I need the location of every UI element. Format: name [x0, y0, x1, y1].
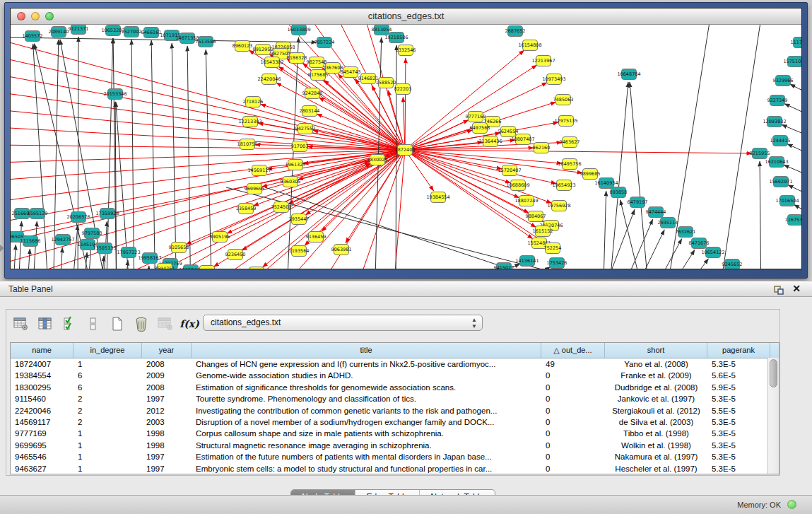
graph-node[interactable]: 2687652 — [505, 26, 526, 37]
graph-node[interactable]: 2089140 — [49, 27, 69, 37]
graph-node[interactable]: 917003 — [291, 141, 309, 152]
graph-node[interactable]: 1595129 — [28, 209, 48, 219]
graph-node[interactable]: 1961327 — [286, 160, 306, 170]
column-header-in_degree[interactable]: in_degree — [73, 343, 142, 358]
graph-node[interactable]: 1332546 — [396, 45, 416, 56]
graph-node[interactable]: 22420046 — [257, 74, 281, 85]
graph-node[interactable]: 19654923 — [552, 180, 575, 191]
graph-node[interactable]: 6497568 — [470, 123, 490, 134]
graph-node[interactable]: 1872400 — [395, 145, 416, 156]
graph-node[interactable]: 15720407 — [498, 165, 521, 176]
graph-node[interactable]: 1167533 — [785, 215, 801, 226]
graph-node[interactable]: 20206576 — [66, 212, 90, 223]
table-row[interactable]: 946554611997Estimation of the future num… — [11, 451, 779, 462]
graph-node[interactable]: 12975135 — [554, 116, 577, 127]
graph-node[interactable]: 19756928 — [547, 201, 570, 211]
graph-node[interactable]: 7857224 — [314, 37, 335, 48]
graph-node[interactable]: 7513586 — [196, 37, 216, 47]
graph-node[interactable]: 2718126 — [243, 97, 264, 107]
network-table-select[interactable]: citations_edges.txt ▲▼ — [203, 315, 483, 331]
graph-node[interactable]: 9899685 — [580, 169, 601, 180]
graph-node[interactable]: 9063981 — [331, 245, 352, 255]
graph-node[interactable]: 6479197 — [628, 197, 648, 208]
graph-node[interactable]: 2803144 — [300, 106, 320, 117]
column-header-title[interactable]: title — [192, 343, 541, 358]
network-view-window[interactable]: citations_edges.txt 14055722089140912137… — [4, 2, 808, 279]
graph-node[interactable]: 9699695 — [245, 184, 265, 194]
graph-node[interactable]: 893858 — [610, 187, 628, 198]
graph-node[interactable]: 1527002 — [122, 27, 142, 37]
graph-node[interactable]: 9242848 — [302, 88, 323, 99]
graph-node[interactable]: 1753426 — [547, 258, 567, 269]
graph-node[interactable]: 9884067 — [526, 211, 546, 222]
graph-node[interactable]: 7632621 — [676, 227, 696, 238]
table-row[interactable]: 969969511998Structural magnetic resonanc… — [11, 440, 779, 451]
table-mode-button[interactable] — [11, 314, 32, 334]
select-all-columns-button[interactable] — [59, 314, 80, 334]
graph-node[interactable]: 9175685 — [308, 70, 329, 81]
table-row[interactable]: 911546021997Tourette syndrome. Phenomeno… — [11, 393, 779, 404]
graph-node[interactable]: 9824563 — [197, 266, 218, 269]
table-row[interactable]: 1830029562008Estimation of significance … — [11, 382, 779, 393]
column-header-pagerank[interactable]: pagerank — [707, 343, 770, 358]
graph-node[interactable]: 8913672 — [247, 267, 267, 269]
graph-node[interactable]: 19384554 — [426, 192, 449, 203]
graph-node[interactable]: 12213967 — [531, 56, 555, 66]
graph-node[interactable]: 17016504 — [775, 196, 799, 206]
delete-columns-button[interactable] — [131, 314, 152, 334]
graph-node[interactable]: 9105658 — [169, 243, 189, 253]
graph-node[interactable]: 9245652 — [722, 259, 743, 269]
graph-node[interactable]: 1193564 — [289, 246, 310, 257]
graph-node[interactable]: 9360305 — [281, 177, 301, 187]
column-header-year[interactable]: year — [142, 343, 192, 358]
graph-node[interactable]: 1615152 — [533, 226, 553, 237]
table-row[interactable]: 2242004622012Investigating the contribut… — [11, 405, 779, 416]
graph-node[interactable]: 6466161 — [141, 28, 162, 38]
graph-node[interactable]: 7485063 — [553, 95, 574, 105]
graph-node[interactable]: 1830029 — [367, 155, 388, 165]
graph-node[interactable]: 9463627 — [560, 137, 580, 148]
table-row[interactable]: 1938455462009Genome-wide association stu… — [11, 370, 779, 381]
graph-node[interactable]: 1935447 — [289, 214, 310, 225]
graph-node[interactable]: 9777169 — [466, 112, 486, 122]
left-panel-expander[interactable] — [0, 245, 4, 252]
graph-node[interactable]: 8471676 — [689, 238, 710, 249]
table-row[interactable]: 1872400712008Changes of HCN gene express… — [11, 358, 779, 370]
graph-node[interactable]: 9415022 — [494, 263, 514, 269]
graph-node[interactable]: 8594251 — [155, 264, 175, 269]
graph-node[interactable]: 1588520 — [376, 78, 396, 88]
column-header-out_de[interactable]: △ out_de... — [541, 343, 605, 358]
graph-node[interactable]: 8960123 — [233, 41, 253, 52]
delete-table-button[interactable] — [155, 314, 176, 334]
graph-node[interactable]: 9227349 — [767, 95, 788, 106]
graph-node[interactable]: 9136459 — [306, 232, 326, 243]
graph-node[interactable]: 8813054 — [372, 25, 392, 35]
scrollbar-thumb[interactable] — [770, 359, 777, 387]
column-header-short[interactable]: short — [605, 343, 707, 358]
graph-node[interactable]: 8215955 — [750, 148, 770, 159]
graph-node[interactable]: 9329966 — [773, 76, 794, 86]
graph-node[interactable]: 9427552 — [295, 124, 316, 134]
graph-node[interactable]: 15751074 — [783, 57, 801, 67]
graph-node[interactable]: 10688609 — [506, 180, 529, 191]
graph-node[interactable]: 9236450 — [225, 250, 246, 260]
graph-node[interactable]: 1358459 — [236, 204, 257, 214]
graph-node[interactable]: 18495756 — [558, 159, 581, 170]
table-row[interactable]: 1456911722003Disruption of a novel membe… — [11, 416, 779, 428]
graph-node[interactable]: 1405572 — [23, 31, 43, 42]
graph-node[interactable]: 1117544 — [791, 37, 801, 48]
graph-node[interactable]: 7524502 — [271, 202, 292, 213]
graph-node[interactable]: 17957223 — [117, 247, 140, 258]
function-builder-button[interactable]: f(x) — [179, 314, 200, 334]
column-header-name[interactable]: name — [11, 343, 73, 358]
graph-node[interactable]: 16154808 — [518, 40, 541, 51]
show-columns-button[interactable] — [35, 314, 56, 334]
graph-node[interactable]: 752254 — [544, 243, 562, 254]
vertical-scrollbar[interactable] — [767, 358, 779, 474]
graph-node[interactable]: 5905195 — [210, 232, 230, 243]
graph-node[interactable]: 12213393 — [238, 117, 261, 127]
graph-node[interactable]: 1810755 — [237, 139, 258, 150]
graph-node[interactable]: 1244415 — [770, 136, 791, 146]
graph-node[interactable]: 1115686 — [20, 236, 41, 247]
float-panel-icon[interactable] — [774, 285, 784, 294]
